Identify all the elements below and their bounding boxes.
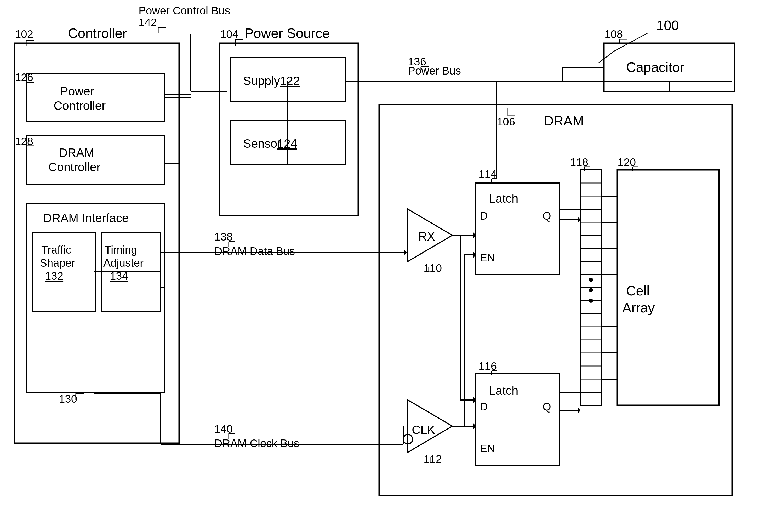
rx-ref: 110: [423, 262, 442, 274]
dram-interface-label: DRAM Interface: [43, 211, 129, 225]
dram-controller-label: DRAM: [59, 146, 94, 159]
rx-label: RX: [418, 229, 435, 243]
power-bus-ref: 136: [408, 56, 426, 68]
power-control-bus-ref: 142: [139, 16, 157, 28]
dots2: [589, 288, 593, 292]
power-controller-ref: 126: [15, 71, 33, 83]
power-source-ref: 104: [220, 28, 238, 40]
dram-controller-label2: Controller: [48, 160, 100, 174]
dram-box: [379, 104, 732, 495]
dram-label: DRAM: [544, 113, 584, 128]
dram-data-bus-ref: 138: [215, 230, 233, 243]
latch-upper-label: Latch: [489, 192, 518, 205]
sensor-label: Sensor: [243, 137, 281, 150]
svg-line-1: [599, 51, 615, 63]
power-source-label: Power Source: [244, 25, 330, 41]
latch-upper-Q: Q: [542, 210, 551, 222]
power-control-bus-label: Power Control Bus: [139, 4, 230, 17]
dram-data-bus-arrow: [404, 249, 407, 255]
clk-ref: 112: [423, 453, 442, 465]
timing-adjuster-label: Timing: [104, 244, 137, 256]
traffic-shaper-ref: 132: [45, 270, 63, 282]
dram-interface-ref: 130: [59, 393, 77, 405]
timing-adjuster-label2: Adjuster: [103, 257, 143, 269]
controller-label: Controller: [68, 25, 127, 41]
power-controller-label: Power: [60, 84, 94, 98]
power-source-box: [220, 43, 358, 216]
traffic-shaper-label2: Shaper: [40, 257, 75, 269]
dram-data-bus-label: DRAM Data Bus: [215, 245, 295, 257]
supply-ref: 122: [280, 74, 300, 88]
block-diagram: 100 Controller 102 Power Controller 126 …: [0, 0, 759, 532]
capacitor-label: Capacitor: [626, 60, 685, 75]
cell-array-label: Cell: [626, 283, 650, 298]
dots1: [589, 278, 593, 282]
power-controller-box: [26, 73, 165, 122]
latch-lower-Q: Q: [542, 400, 551, 413]
capacitor-ref: 108: [605, 28, 623, 40]
power-controller-label2: Controller: [54, 99, 106, 112]
cell-array-label2: Array: [622, 300, 655, 315]
traffic-shaper-label: Traffic: [41, 244, 71, 256]
diagram-container: 100 Controller 102 Power Controller 126 …: [0, 0, 759, 532]
supply-label: Supply: [243, 74, 280, 88]
dram-ref: 106: [497, 115, 515, 128]
dram-clock-bus-label: DRAM Clock Bus: [215, 437, 299, 449]
dots3: [589, 299, 593, 303]
ref-100: 100: [656, 18, 679, 33]
latch-lower-q-arrow: [578, 407, 580, 414]
latch-upper-D: D: [480, 210, 488, 222]
latch-lower-label: Latch: [489, 384, 518, 397]
controller-ref: 102: [15, 28, 33, 40]
latch-lower-D: D: [480, 400, 488, 413]
latch-lower-EN: EN: [480, 442, 495, 455]
latch-upper-EN: EN: [480, 252, 495, 264]
clk-label: CLK: [412, 423, 435, 436]
